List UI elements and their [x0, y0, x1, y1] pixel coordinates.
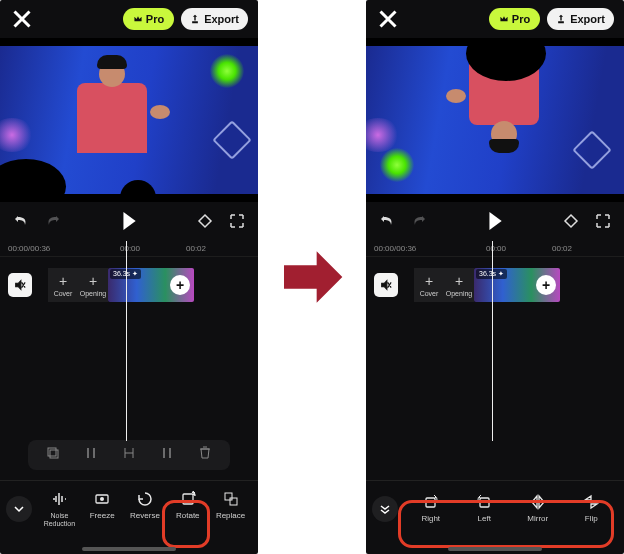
fullscreen-button[interactable] — [228, 212, 246, 230]
phone-after: Pro Export — [366, 0, 624, 554]
collapse-button[interactable] — [6, 496, 32, 522]
delete-button[interactable] — [197, 445, 213, 465]
clip-duration: 36.3s — [479, 270, 496, 277]
time-current: 00:00 — [8, 244, 28, 253]
svg-point-3 — [100, 497, 104, 501]
time-ruler: 00:00/00:36 00:00 00:02 — [0, 240, 258, 256]
rotate-tool[interactable]: Rotate — [169, 490, 207, 527]
add-cover-button[interactable]: +Cover — [414, 268, 444, 302]
svg-rect-8 — [480, 498, 489, 507]
arrow-right-icon — [277, 242, 347, 312]
opening-label: Opening — [80, 290, 106, 297]
time-ruler: 00:00/00:36 00:00 00:02 — [366, 240, 624, 256]
timeline[interactable]: +Cover +Opening 36.3s ✦ + — [366, 256, 624, 310]
add-clip-button[interactable]: + — [170, 275, 190, 295]
tick-0000: 00:00 — [120, 244, 140, 253]
bottom-toolbar: Noise Reduction Freeze Reverse Rotate Re… — [0, 480, 258, 536]
export-button[interactable]: Export — [547, 8, 614, 30]
pro-label: Pro — [146, 13, 164, 25]
flip-tool[interactable]: Flip — [572, 493, 610, 524]
split-left-button[interactable] — [83, 445, 99, 465]
tick-0000: 00:00 — [486, 244, 506, 253]
export-button[interactable]: Export — [181, 8, 248, 30]
undo-button[interactable] — [378, 212, 396, 230]
close-icon — [376, 7, 400, 31]
split-button[interactable] — [121, 445, 137, 465]
tick-0002: 00:02 — [552, 244, 572, 253]
close-button[interactable] — [10, 7, 34, 31]
redo-button[interactable] — [44, 212, 62, 230]
playback-controls — [0, 202, 258, 240]
keyframe-button[interactable] — [562, 212, 580, 230]
fullscreen-button[interactable] — [594, 212, 612, 230]
export-icon — [190, 14, 200, 24]
mute-button[interactable] — [374, 273, 398, 297]
mute-button[interactable] — [8, 273, 32, 297]
crown-icon — [499, 14, 509, 24]
add-opening-button[interactable]: +Opening — [444, 268, 474, 302]
export-icon — [556, 14, 566, 24]
add-opening-button[interactable]: +Opening — [78, 268, 108, 302]
top-bar: Pro Export — [0, 0, 258, 38]
undo-button[interactable] — [12, 212, 30, 230]
close-button[interactable] — [376, 7, 400, 31]
rotate-right-tool[interactable]: Right — [412, 493, 450, 524]
bottom-toolbar: Right Left Mirror Flip — [366, 480, 624, 536]
add-cover-button[interactable]: +Cover — [48, 268, 78, 302]
svg-rect-5 — [225, 493, 232, 500]
home-indicator — [448, 547, 542, 551]
keyframe-button[interactable] — [196, 212, 214, 230]
redo-button[interactable] — [410, 212, 428, 230]
playback-controls — [366, 202, 624, 240]
video-preview[interactable] — [0, 38, 258, 202]
collapse-button[interactable] — [372, 496, 398, 522]
export-label: Export — [204, 13, 239, 25]
close-icon — [10, 7, 34, 31]
tick-0002: 00:02 — [186, 244, 206, 253]
mirror-tool[interactable]: Mirror — [519, 493, 557, 524]
cover-label: Cover — [54, 290, 73, 297]
top-bar: Pro Export — [366, 0, 624, 38]
video-clip[interactable]: 36.3s ✦ + — [108, 268, 194, 302]
time-current: 00:00 — [374, 244, 394, 253]
video-clip[interactable]: 36.3s ✦ + — [474, 268, 560, 302]
svg-rect-0 — [48, 448, 56, 456]
export-label: Export — [570, 13, 605, 25]
timeline[interactable]: +Cover +Opening 36.3s ✦ + — [0, 256, 258, 310]
play-button[interactable] — [120, 212, 138, 230]
transition-arrow-gap — [258, 0, 366, 554]
cover-label: Cover — [420, 290, 439, 297]
edit-actions-row — [28, 440, 230, 470]
opening-label: Opening — [446, 290, 472, 297]
svg-rect-7 — [426, 498, 435, 507]
time-total: 00:36 — [30, 244, 50, 253]
phone-before: Pro Export — [0, 0, 258, 554]
home-indicator — [82, 547, 176, 551]
svg-rect-6 — [230, 498, 237, 505]
pro-label: Pro — [512, 13, 530, 25]
play-button[interactable] — [486, 212, 504, 230]
freeze-tool[interactable]: Freeze — [83, 490, 121, 527]
pro-button[interactable]: Pro — [489, 8, 540, 30]
add-clip-button[interactable]: + — [536, 275, 556, 295]
playhead[interactable] — [492, 241, 493, 441]
noise-reduction-tool[interactable]: Noise Reduction — [40, 490, 78, 527]
pro-button[interactable]: Pro — [123, 8, 174, 30]
duplicate-button[interactable] — [45, 445, 61, 465]
time-total: 00:36 — [396, 244, 416, 253]
svg-rect-4 — [183, 494, 193, 504]
video-preview[interactable] — [366, 38, 624, 202]
replace-tool[interactable]: Replace — [212, 490, 250, 527]
clip-duration: 36.3s — [113, 270, 130, 277]
reverse-tool[interactable]: Reverse — [126, 490, 164, 527]
playhead[interactable] — [126, 241, 127, 441]
rotate-left-tool[interactable]: Left — [465, 493, 503, 524]
split-right-button[interactable] — [159, 445, 175, 465]
svg-rect-1 — [50, 450, 58, 458]
crown-icon — [133, 14, 143, 24]
